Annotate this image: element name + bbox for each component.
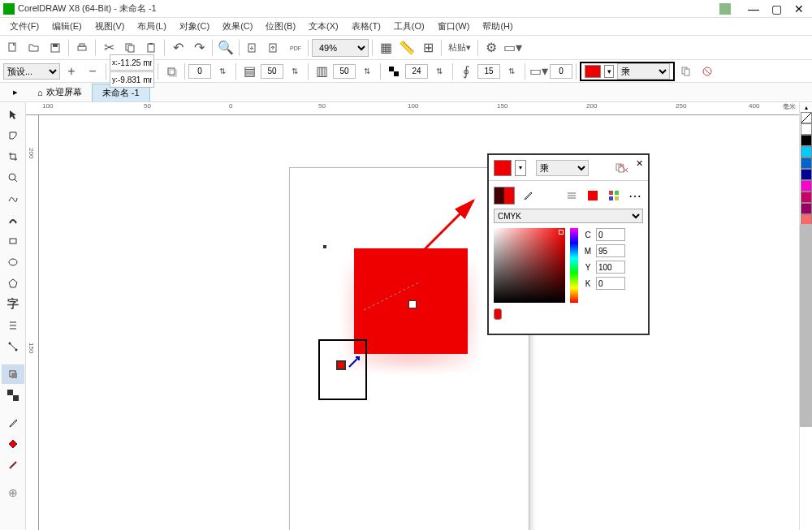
grid-button[interactable]: ▦ xyxy=(376,38,395,58)
opacity-stepper[interactable]: ⇅ xyxy=(285,62,304,81)
val0-input[interactable] xyxy=(550,64,572,79)
current-color-swatch[interactable] xyxy=(494,160,512,176)
import-button[interactable] xyxy=(243,38,262,58)
shadow-direction-arrow[interactable] xyxy=(339,188,502,326)
options-button[interactable]: ⚙ xyxy=(482,38,501,58)
menu-view[interactable]: 视图(V) xyxy=(89,19,132,34)
c-input[interactable] xyxy=(596,228,625,241)
freehand-tool[interactable] xyxy=(2,189,24,209)
palette-swatch[interactable] xyxy=(801,180,812,192)
shadow-color-swatch[interactable] xyxy=(585,65,601,78)
tab-expand[interactable]: ▸ xyxy=(3,84,28,101)
text-tool[interactable]: 字 xyxy=(2,295,24,314)
zoom-tool[interactable] xyxy=(2,168,24,187)
menu-effects[interactable]: 效果(C) xyxy=(216,19,259,34)
tab-welcome[interactable]: ⌂ 欢迎屏幕 xyxy=(28,84,92,101)
menu-text[interactable]: 文本(X) xyxy=(302,19,345,34)
menu-file[interactable]: 文件(F) xyxy=(3,19,45,34)
color-field[interactable] xyxy=(494,228,565,303)
add-tool-button[interactable]: ⊕ xyxy=(2,483,24,502)
menu-tools[interactable]: 工具(O) xyxy=(387,19,431,34)
crop-tool[interactable] xyxy=(2,147,24,166)
export-button[interactable] xyxy=(264,38,283,58)
menu-edit[interactable]: 编辑(E) xyxy=(45,19,89,34)
hue-slider[interactable] xyxy=(570,228,578,303)
val24-stepper[interactable]: ⇅ xyxy=(430,62,449,81)
feather-input[interactable] xyxy=(477,64,500,79)
palette-swatch[interactable] xyxy=(801,146,812,157)
remove-preset-button[interactable]: − xyxy=(83,62,102,81)
undo-button[interactable]: ↶ xyxy=(168,38,188,58)
clear-shadow-button[interactable] xyxy=(698,62,717,81)
parallel-tool[interactable] xyxy=(2,316,24,335)
copy-props-button[interactable] xyxy=(676,62,696,81)
panel-blend-select[interactable]: 乘 xyxy=(536,160,589,176)
shadow-color-dropdown[interactable]: ▾ xyxy=(604,65,614,78)
shape-tool[interactable] xyxy=(2,126,24,145)
menu-object[interactable]: 对象(C) xyxy=(173,19,216,34)
angle-stepper[interactable]: ⇅ xyxy=(213,62,232,81)
palette-swatch[interactable] xyxy=(801,203,812,214)
vertical-scrollbar[interactable] xyxy=(800,224,812,427)
eyedropper-icon[interactable] xyxy=(520,187,536,204)
m-input[interactable] xyxy=(596,244,625,257)
swatch-view-icon[interactable] xyxy=(585,187,601,204)
zoom-select[interactable]: 49% xyxy=(312,39,369,57)
guide-button[interactable]: ⊞ xyxy=(418,38,438,58)
canvas[interactable] xyxy=(39,115,799,530)
x-input[interactable] xyxy=(118,58,152,67)
artistic-tool[interactable] xyxy=(2,210,24,230)
feather-stepper[interactable]: ⇅ xyxy=(502,62,521,81)
rectangle-tool[interactable] xyxy=(2,231,24,251)
redo-button[interactable]: ↷ xyxy=(189,38,209,58)
clear-color-icon[interactable] xyxy=(615,160,632,176)
save-button[interactable] xyxy=(45,38,65,58)
more-options-icon[interactable]: ⋯ xyxy=(627,187,643,204)
search-button[interactable]: 🔍 xyxy=(216,38,235,58)
pdf-button[interactable]: PDF xyxy=(285,38,304,58)
panel-close-button[interactable]: ✕ xyxy=(633,158,645,170)
menu-bitmap[interactable]: 位图(B) xyxy=(259,19,302,34)
menu-layout[interactable]: 布局(L) xyxy=(131,19,172,34)
palette-swatch[interactable] xyxy=(801,135,812,146)
polygon-tool[interactable] xyxy=(2,274,24,293)
color-dropdown-arrow[interactable]: ▾ xyxy=(515,160,526,176)
k-input[interactable] xyxy=(596,277,625,290)
open-button[interactable] xyxy=(24,38,44,58)
y-input[interactable] xyxy=(596,261,625,274)
palette-up-arrow[interactable]: ▴ xyxy=(801,104,812,112)
ellipse-tool[interactable] xyxy=(2,252,24,272)
opacity2-input[interactable] xyxy=(333,64,356,79)
palette-swatch[interactable] xyxy=(801,157,812,169)
rect-shadow-icon[interactable] xyxy=(162,62,181,81)
dropshadow-tool[interactable] xyxy=(2,364,24,384)
shadow-end-handle[interactable] xyxy=(408,300,417,308)
menu-help[interactable]: 帮助(H) xyxy=(476,19,519,34)
maximize-button[interactable]: ▢ xyxy=(770,2,783,15)
outline-tool[interactable] xyxy=(2,455,24,475)
palette-swatch[interactable] xyxy=(801,123,812,135)
pick-tool[interactable] xyxy=(2,105,24,124)
paste-dropdown[interactable]: 粘贴 ▾ xyxy=(445,38,474,58)
opacity-input[interactable] xyxy=(261,64,283,79)
blend-mode-select[interactable]: 乘 xyxy=(617,63,670,80)
new-button[interactable] xyxy=(3,38,23,58)
menu-window[interactable]: 窗口(W) xyxy=(431,19,477,34)
palette-swatch[interactable] xyxy=(801,192,812,203)
close-button[interactable]: ✕ xyxy=(793,2,806,15)
transparency-tool[interactable] xyxy=(2,386,24,405)
opacity2-stepper[interactable]: ⇅ xyxy=(357,62,377,81)
angle-input[interactable] xyxy=(188,64,211,79)
ruler-vertical[interactable]: 200 150 xyxy=(26,115,39,530)
val24-input[interactable] xyxy=(405,64,428,79)
menu-table[interactable]: 表格(T) xyxy=(345,19,387,34)
y-input[interactable] xyxy=(118,75,152,84)
fill-tool[interactable] xyxy=(2,434,24,454)
palette-swatch[interactable] xyxy=(801,169,812,180)
launch-button[interactable]: ▭▾ xyxy=(503,38,522,58)
grid-view-icon[interactable] xyxy=(606,187,622,204)
minimize-button[interactable]: — xyxy=(747,2,760,15)
add-preset-button[interactable]: + xyxy=(62,62,81,81)
eyedropper-tool[interactable] xyxy=(2,413,24,433)
slider-view-icon[interactable] xyxy=(564,187,580,204)
